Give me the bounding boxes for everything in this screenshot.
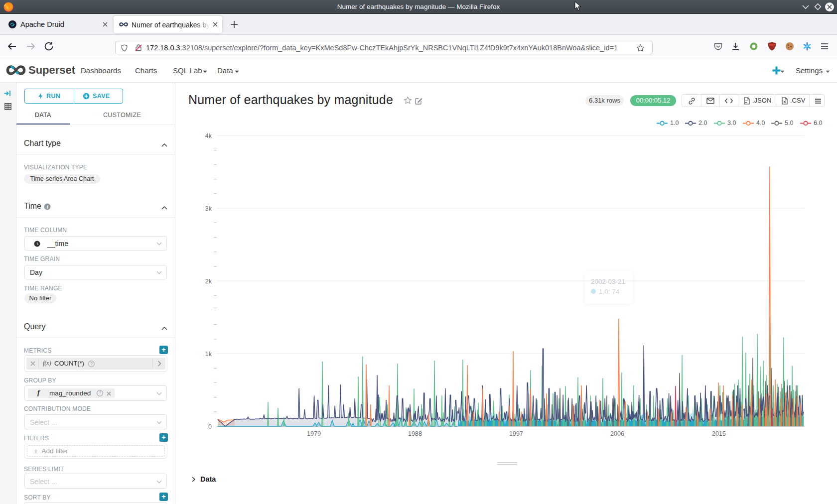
svg-text:1988: 1988 [408,430,422,437]
svg-text:3k: 3k [205,205,212,212]
svg-text:0: 0 [208,423,212,430]
svg-text:2k: 2k [205,278,212,285]
svg-text:2006: 2006 [610,430,624,437]
svg-text:1979: 1979 [307,430,321,437]
svg-text:4k: 4k [205,132,212,139]
svg-text:1k: 1k [205,351,212,358]
svg-text:1997: 1997 [509,430,523,437]
svg-text:2015: 2015 [712,430,726,437]
